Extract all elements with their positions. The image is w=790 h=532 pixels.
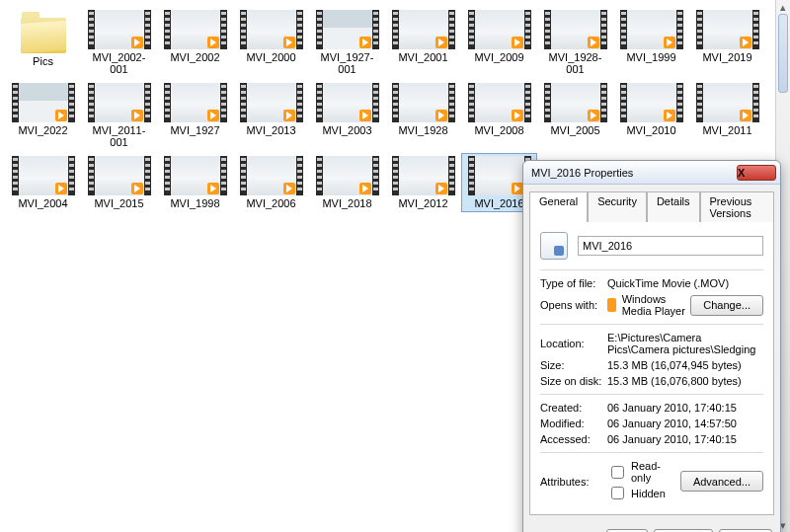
filename-input[interactable] <box>578 236 763 256</box>
video-label: MVI_2019 <box>702 51 751 63</box>
play-overlay-icon <box>740 37 751 48</box>
video-label: MVI_2004 <box>18 197 67 209</box>
video-thumbnail <box>164 156 227 195</box>
play-overlay-icon <box>55 183 67 194</box>
value-location: E:\Pictures\Camera Pics\Camera pictures\… <box>607 332 763 355</box>
video-item[interactable]: MVI_2001 <box>386 8 460 77</box>
play-overlay-icon <box>740 110 751 121</box>
folder-item[interactable]: Pics <box>6 8 80 77</box>
tab-general[interactable]: General <box>529 191 588 222</box>
play-overlay-icon <box>359 183 371 194</box>
video-item[interactable]: MVI_2013 <box>234 81 308 150</box>
video-label: MVI_2009 <box>474 51 523 63</box>
tab-previous-versions[interactable]: Previous Versions <box>700 191 774 222</box>
video-label: MVI_2022 <box>18 124 67 136</box>
play-overlay-icon <box>359 110 371 121</box>
scroll-thumb[interactable] <box>778 14 788 93</box>
play-overlay-icon <box>512 110 523 121</box>
video-item[interactable]: MVI_1928-001 <box>538 8 612 77</box>
video-label: MVI_2016 <box>474 197 523 209</box>
play-overlay-icon <box>207 37 219 48</box>
video-item[interactable]: MVI_2003 <box>310 81 384 150</box>
video-item[interactable]: MVI_2018 <box>310 154 384 211</box>
video-thumbnail <box>240 10 303 49</box>
video-item[interactable]: MVI_2010 <box>614 81 688 150</box>
video-item[interactable]: MVI_2002 <box>158 8 232 77</box>
video-label: MVI_1927-001 <box>312 51 382 75</box>
video-thumbnail <box>316 83 379 122</box>
play-overlay-icon <box>512 183 523 194</box>
video-item[interactable]: MVI_1928 <box>386 81 460 150</box>
label-accessed: Accessed: <box>540 433 607 445</box>
label-created: Created: <box>540 402 607 414</box>
video-label: MVI_2018 <box>322 197 371 209</box>
value-size: 15.3 MB (16,074,945 bytes) <box>607 359 763 371</box>
video-item[interactable]: MVI_2004 <box>6 154 80 211</box>
video-thumbnail <box>468 10 531 49</box>
checkbox-readonly-input[interactable] <box>611 466 624 479</box>
video-thumbnail <box>620 10 683 49</box>
value-disk: 15.3 MB (16,076,800 bytes) <box>607 375 763 387</box>
label-size: Size: <box>540 359 607 371</box>
video-label: MVI_2005 <box>550 124 599 136</box>
label-attributes: Attributes: <box>540 476 607 488</box>
video-item[interactable]: MVI_2005 <box>538 81 612 150</box>
video-label: MVI_2001 <box>398 51 447 63</box>
video-label: MVI_2008 <box>474 124 523 136</box>
video-label: MVI_2010 <box>626 124 675 136</box>
play-overlay-icon <box>55 110 67 121</box>
scroll-up-icon[interactable]: ▴ <box>776 0 790 14</box>
video-item[interactable]: MVI_2022 <box>6 81 80 150</box>
close-button[interactable]: X <box>737 165 776 181</box>
checkbox-readonly[interactable]: Read-only <box>607 460 667 484</box>
video-thumbnail <box>316 156 379 195</box>
label-disk: Size on disk: <box>540 375 607 387</box>
video-label: MVI_2011-001 <box>84 124 154 148</box>
video-label: MVI_1998 <box>170 197 219 209</box>
video-item[interactable]: MVI_2011-001 <box>82 81 156 150</box>
play-overlay-icon <box>664 110 675 121</box>
tab-details[interactable]: Details <box>647 191 700 222</box>
video-label: MVI_1928-001 <box>540 51 610 75</box>
video-item[interactable]: MVI_2019 <box>690 8 764 77</box>
checkbox-hidden-input[interactable] <box>611 487 624 499</box>
checkbox-hidden[interactable]: Hidden <box>607 484 666 502</box>
video-item[interactable]: MVI_2000 <box>234 8 308 77</box>
video-item[interactable]: MVI_2015 <box>82 154 156 211</box>
video-item[interactable]: MVI_1927 <box>158 81 232 150</box>
video-item[interactable]: MVI_2008 <box>462 81 536 150</box>
video-label: MVI_2002 <box>170 51 219 63</box>
video-thumbnail <box>468 156 531 195</box>
video-item[interactable]: MVI_2009 <box>462 8 536 77</box>
play-overlay-icon <box>283 183 295 194</box>
video-thumbnail <box>88 156 151 195</box>
video-label: MVI_2013 <box>246 124 295 136</box>
video-thumbnail <box>392 83 455 122</box>
video-thumbnail <box>164 83 227 122</box>
video-label: MVI_1927 <box>170 124 219 136</box>
video-label: MVI_1999 <box>626 51 675 63</box>
change-button[interactable]: Change... <box>690 295 763 316</box>
play-overlay-icon <box>283 110 295 121</box>
label-type: Type of file: <box>540 277 607 289</box>
video-item[interactable]: MVI_2012 <box>386 154 460 211</box>
advanced-button[interactable]: Advanced... <box>680 471 763 492</box>
video-item[interactable]: MVI_1999 <box>614 8 688 77</box>
video-item[interactable]: MVI_2002-001 <box>82 8 156 77</box>
play-overlay-icon <box>283 37 295 48</box>
label-modified: Modified: <box>540 418 607 429</box>
play-overlay-icon <box>512 37 523 48</box>
video-thumbnail <box>240 156 303 195</box>
close-icon: X <box>738 167 775 179</box>
video-item[interactable]: MVI_2006 <box>234 154 308 211</box>
value-accessed: 06 January 2010, 17:40:15 <box>607 433 763 445</box>
play-overlay-icon <box>131 110 143 121</box>
video-item[interactable]: MVI_1927-001 <box>310 8 384 77</box>
play-overlay-icon <box>435 37 447 48</box>
wmp-icon <box>607 298 616 312</box>
tab-security[interactable]: Security <box>588 191 647 222</box>
video-item[interactable]: MVI_2011 <box>690 81 764 150</box>
video-thumbnail <box>696 10 759 49</box>
dialog-titlebar[interactable]: MVI_2016 Properties X <box>523 161 780 185</box>
video-item[interactable]: MVI_1998 <box>158 154 232 211</box>
